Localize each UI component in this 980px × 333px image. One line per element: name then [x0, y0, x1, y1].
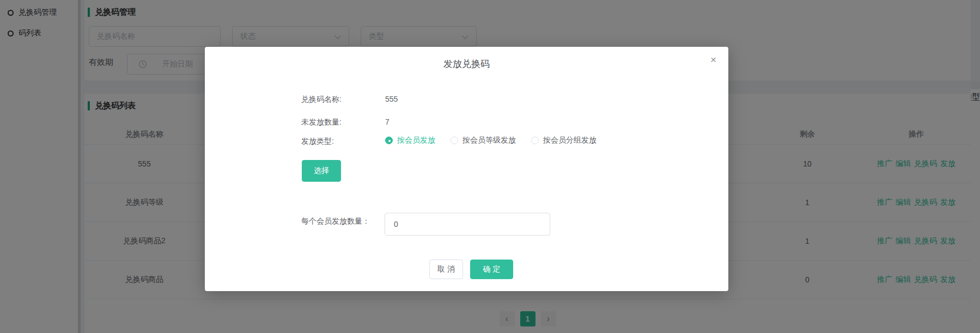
unissued-qty-value: 7 [385, 118, 389, 126]
radio-label: 按会员分组发放 [543, 135, 596, 145]
radio-unselected-icon [531, 137, 539, 144]
issue-code-dialog: 发放兑换码 × 兑换码名称: 555 未发放数量: 7 发放类型: 按会员发放 … [205, 47, 728, 291]
issue-type-radio-group: 按会员发放 按会员等级发放 按会员分组发放 [385, 135, 596, 145]
radio-unselected-icon [451, 137, 458, 144]
confirm-button[interactable]: 确 定 [470, 260, 513, 279]
radio-by-member[interactable]: 按会员发放 [385, 135, 435, 145]
radio-by-member-level[interactable]: 按会员等级发放 [451, 135, 516, 145]
per-member-qty-input[interactable]: 0 [385, 213, 550, 236]
issue-type-label: 发放类型: [301, 137, 334, 146]
code-name-label: 兑换码名称: [301, 95, 342, 104]
cancel-button[interactable]: 取 消 [429, 260, 463, 279]
dialog-title: 发放兑换码 [205, 58, 728, 70]
per-member-qty-value: 0 [394, 220, 398, 229]
radio-label: 按会员等级发放 [462, 135, 516, 145]
radio-by-member-group[interactable]: 按会员分组发放 [531, 135, 596, 145]
code-name-value: 555 [385, 95, 398, 103]
select-members-button[interactable]: 选择 [302, 160, 341, 182]
per-member-qty-label: 每个会员发放数量： [301, 217, 370, 226]
radio-selected-icon [385, 137, 393, 144]
radio-label: 按会员发放 [397, 135, 435, 145]
unissued-qty-label: 未发放数量: [301, 118, 342, 127]
close-icon[interactable]: × [710, 54, 716, 65]
